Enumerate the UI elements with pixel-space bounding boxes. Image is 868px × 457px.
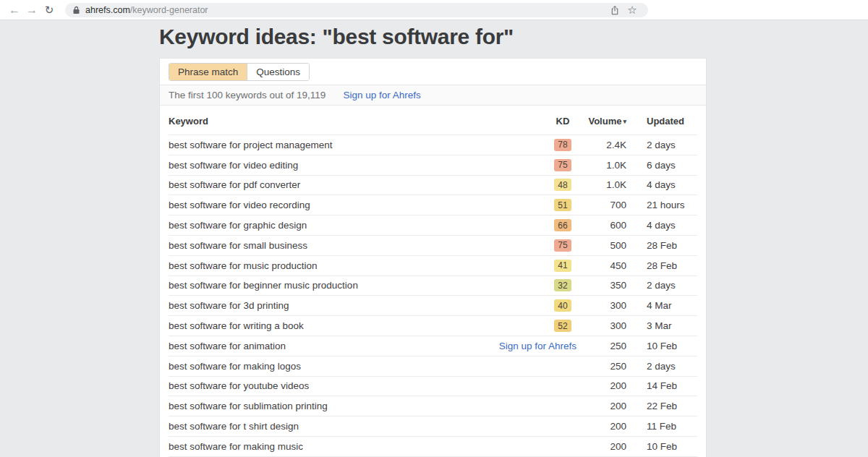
updated-cell: 6 days — [626, 160, 697, 171]
table-row: best software for youtube videos 200 14 … — [169, 376, 697, 396]
kd-cell: 32 — [547, 279, 579, 291]
volume-cell: 1.0K — [579, 179, 626, 190]
signup-link-top[interactable]: Sign up for Ahrefs — [343, 90, 420, 101]
updated-cell: 4 days — [626, 179, 697, 190]
column-header-keyword: Keyword — [169, 116, 547, 127]
column-header-updated: Updated — [626, 116, 697, 127]
kd-cell: 52 — [547, 320, 579, 332]
kd-cell: 66 — [547, 219, 579, 231]
keyword-cell: best software for 3d printing — [169, 300, 547, 311]
keyword-cell: best software for small business — [169, 240, 547, 251]
table-row: best software for video recording 51 700… — [169, 195, 697, 215]
tab-questions[interactable]: Questions — [247, 64, 309, 80]
keyword-cell: best software for pdf converter — [169, 179, 547, 190]
kd-cell: 51 — [547, 199, 579, 211]
keyword-cell: best software for project management — [169, 140, 547, 150]
updated-cell: 28 Feb — [626, 260, 697, 271]
volume-cell: 1.0K — [579, 160, 626, 171]
volume-cell: 300 — [579, 320, 626, 331]
url-text: ahrefs.com/keyword-generator — [85, 5, 208, 15]
share-icon[interactable] — [606, 5, 624, 15]
updated-cell: 4 days — [626, 220, 697, 231]
keyword-cell: best software for youtube videos — [169, 380, 547, 391]
updated-cell: 3 Mar — [626, 320, 697, 331]
kd-cell: 75 — [547, 239, 579, 252]
keyword-cell: best software for graphic design — [169, 220, 547, 231]
url-path: /keyword-generator — [130, 5, 208, 15]
forward-icon[interactable]: → — [23, 4, 41, 16]
updated-cell: 10 Feb — [626, 341, 697, 351]
address-bar[interactable]: ahrefs.com/keyword-generator ☆ — [65, 3, 648, 17]
url-domain: ahrefs.com — [85, 5, 130, 15]
updated-cell: 4 Mar — [626, 300, 697, 311]
kd-badge: 32 — [554, 279, 571, 291]
volume-cell: 500 — [579, 240, 626, 251]
lock-icon — [72, 6, 80, 14]
table-row: best software for writing a book 52 300 … — [169, 315, 697, 336]
table-row: best software for making logos 250 2 day… — [169, 356, 697, 376]
match-type-tabs: Phrase match Questions — [169, 63, 310, 81]
table-row: best software for music production 41 45… — [169, 255, 697, 276]
results-summary: The first 100 keywords out of 19,119 Sig… — [160, 85, 706, 106]
table-row: best software for sublimation printing 2… — [169, 396, 697, 416]
kd-badge: 48 — [554, 179, 571, 191]
table-row: best software for 3d printing 40 300 4 M… — [169, 295, 697, 315]
table-row: best software for project management 78 … — [169, 134, 697, 155]
keyword-cell: best software for writing a book — [169, 320, 547, 331]
volume-cell: 450 — [579, 260, 626, 271]
keyword-cell: best software for music production — [169, 260, 547, 271]
keyword-cell: best software for beginner music product… — [169, 280, 547, 291]
back-icon[interactable]: ← — [6, 4, 23, 16]
updated-cell: 2 days — [626, 280, 697, 291]
volume-cell: 250 — [579, 341, 626, 351]
table-row: best software for making music 200 10 Fe… — [169, 436, 697, 456]
reload-icon[interactable]: ↻ — [41, 4, 58, 15]
volume-cell: 300 — [579, 300, 626, 311]
keyword-cell: best software for t shirt design — [169, 421, 547, 432]
kd-badge: 41 — [554, 260, 571, 272]
results-summary-text: The first 100 keywords out of 19,119 — [169, 90, 326, 101]
keyword-cell: best software for making logos — [169, 361, 547, 372]
signup-link-row[interactable]: Sign up for Ahrefs — [499, 341, 576, 351]
keyword-cell: best software for making music — [169, 441, 547, 452]
volume-cell: 2.4K — [579, 140, 626, 150]
kd-badge: 75 — [554, 239, 571, 252]
browser-toolbar: ← → ↻ ahrefs.com/keyword-generator ☆ — [0, 0, 868, 20]
keyword-cell: best software for video editing — [169, 160, 547, 171]
updated-cell: 11 Feb — [626, 421, 697, 432]
table-row: best software for animation Sign up for … — [169, 336, 697, 356]
table-header: Keyword KD Volume▾ Updated — [169, 106, 697, 134]
updated-cell: 10 Feb — [626, 441, 697, 452]
updated-cell: 22 Feb — [626, 401, 697, 411]
page-title: Keyword ideas: "best software for" — [159, 25, 868, 49]
table-row: best software for pdf converter 48 1.0K … — [169, 175, 697, 195]
column-header-volume[interactable]: Volume▾ — [579, 116, 626, 127]
kd-cell: 75 — [547, 159, 579, 171]
kd-cell: 41 — [547, 260, 579, 272]
volume-cell: 200 — [579, 380, 626, 391]
table-row: best software for beginner music product… — [169, 276, 697, 296]
volume-cell: 250 — [579, 361, 626, 372]
updated-cell: 21 hours — [626, 200, 697, 210]
volume-cell: 200 — [579, 401, 626, 411]
page-content: Keyword ideas: "best software for" Phras… — [0, 20, 868, 457]
keyword-cell: best software for animation — [169, 341, 547, 351]
tabs-row: Phrase match Questions — [160, 59, 706, 85]
volume-cell: 200 — [579, 441, 626, 452]
kd-cell: 48 — [547, 179, 579, 191]
updated-cell: 28 Feb — [626, 240, 697, 251]
keywords-table: Keyword KD Volume▾ Updated best software… — [160, 106, 706, 457]
volume-cell: 350 — [579, 280, 626, 291]
bookmark-star-icon[interactable]: ☆ — [624, 4, 641, 15]
kd-badge: 78 — [554, 139, 571, 151]
table-row: best software for t shirt design 200 11 … — [169, 416, 697, 436]
kd-badge: 40 — [554, 299, 571, 312]
tab-phrase-match[interactable]: Phrase match — [169, 64, 247, 80]
table-body: best software for project management 78 … — [169, 134, 697, 457]
kd-badge: 52 — [554, 320, 571, 332]
keyword-cell: best software for video recording — [169, 200, 547, 210]
kd-cell: 78 — [547, 139, 579, 151]
kd-badge: 51 — [554, 199, 571, 211]
volume-cell: 200 — [579, 421, 626, 432]
column-header-kd: KD — [547, 116, 579, 127]
